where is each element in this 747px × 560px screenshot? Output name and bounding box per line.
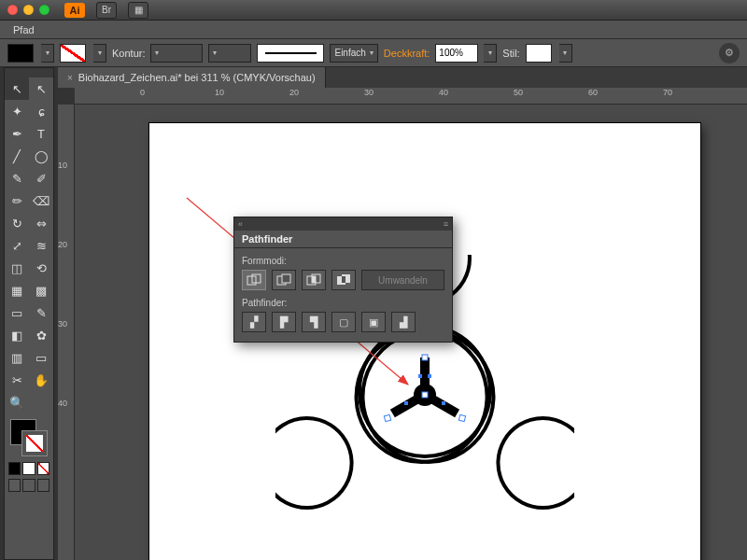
eyedropper-tool[interactable]: ✎ xyxy=(29,301,53,324)
close-window-button[interactable] xyxy=(7,5,18,15)
eraser-tool[interactable]: ⌫ xyxy=(29,189,53,212)
stil-label: Stil: xyxy=(502,48,519,59)
warp-tool[interactable]: ≋ xyxy=(29,234,53,257)
pen-tool[interactable]: ✒ xyxy=(5,122,29,145)
ellipse-tool[interactable]: ◯ xyxy=(29,145,53,167)
hand-tool[interactable]: ✋ xyxy=(29,369,53,391)
shapemode-minus-front-button[interactable] xyxy=(272,270,296,290)
color-mode-gradient[interactable] xyxy=(22,462,35,475)
ruler-tick: 40 xyxy=(439,88,448,97)
shapemode-intersect-button[interactable] xyxy=(302,270,326,290)
free-transform-tool[interactable]: ⟲ xyxy=(29,257,53,279)
blob-brush-tool[interactable]: ✏ xyxy=(5,189,29,212)
fill-swatch[interactable] xyxy=(7,44,34,63)
symbol-sprayer-tool[interactable]: ✿ xyxy=(29,324,53,346)
blend-tool[interactable]: ◧ xyxy=(5,324,29,346)
color-mode-solid[interactable] xyxy=(8,462,21,475)
zoom-window-button[interactable] xyxy=(39,5,49,15)
pathfinder-divide-button[interactable]: ▞ xyxy=(242,312,266,332)
stroke-swatch-dropdown[interactable]: ▾ xyxy=(93,44,106,63)
gradient-tool[interactable]: ▭ xyxy=(5,301,29,324)
pathfinder-minus-back-button[interactable]: ▟ xyxy=(391,312,416,332)
graphic-style-dropdown[interactable]: ▾ xyxy=(559,44,572,63)
draw-inside[interactable] xyxy=(37,479,49,492)
screen-mode-row xyxy=(5,477,53,494)
reflect-tool[interactable]: ⇔ xyxy=(29,212,53,234)
pencil-tool[interactable]: ✐ xyxy=(29,167,53,189)
column-graph-tool[interactable]: ▥ xyxy=(5,346,29,369)
ruler-tick: 20 xyxy=(58,240,67,249)
document-tab[interactable]: × Biohazard_Zeichen.ai* bei 311 % (CMYK/… xyxy=(58,67,326,88)
draw-behind[interactable] xyxy=(22,479,35,492)
opacity-field[interactable]: 100% xyxy=(435,44,478,63)
stroke-swatch[interactable] xyxy=(60,44,86,63)
document-area: × Biohazard_Zeichen.ai* bei 311 % (CMYK/… xyxy=(58,67,747,560)
pathfinder-tab[interactable]: Pathfinder xyxy=(234,231,452,248)
panel-menu-icon[interactable]: ≡ xyxy=(444,219,448,229)
direct-selection-tool[interactable]: ↖ xyxy=(29,77,53,100)
app-badge: Ai xyxy=(64,3,85,18)
document-tab-title: Biohazard_Zeichen.ai* bei 311 % (CMYK/Vo… xyxy=(78,72,316,83)
slice-tool[interactable]: ✂ xyxy=(5,369,29,391)
pathfinder-crop-button[interactable]: ▢ xyxy=(331,312,356,332)
artboard-tool[interactable]: ▭ xyxy=(29,346,53,369)
selection-context-label: Pfad xyxy=(0,21,747,39)
minimize-window-button[interactable] xyxy=(23,5,34,15)
magic-wand-tool[interactable]: ✦ xyxy=(5,100,29,122)
shapemode-exclude-button[interactable] xyxy=(331,270,356,290)
stroke-width-profile-combo[interactable]: ▾ xyxy=(208,44,251,63)
scale-tool[interactable]: ⤢ xyxy=(5,234,29,257)
panel-header[interactable]: «≡ xyxy=(234,217,452,231)
lasso-tool[interactable]: ɕ xyxy=(29,100,53,122)
opacity-dropdown[interactable]: ▾ xyxy=(484,44,497,63)
fill-swatch-dropdown[interactable]: ▾ xyxy=(41,44,54,63)
tools-panel: ↖ ↖ ✦ ɕ ✒ T ╱ ◯ ✎ ✐ ✏ ⌫ ↻ ⇔ ⤢ ≋ ◫ ⟲ ▦ ▩ … xyxy=(4,67,54,560)
horizontal-ruler[interactable]: 0 10 20 30 40 50 60 70 xyxy=(75,88,747,105)
stroke-profile-preview[interactable] xyxy=(257,44,324,63)
paintbrush-tool[interactable]: ✎ xyxy=(5,167,29,189)
main-workspace: ↖ ↖ ✦ ɕ ✒ T ╱ ◯ ✎ ✐ ✏ ⌫ ↻ ⇔ ⤢ ≋ ◫ ⟲ ▦ ▩ … xyxy=(0,67,747,560)
deckkraft-label: Deckkraft: xyxy=(384,48,430,59)
bridge-label: Br xyxy=(102,5,111,15)
shape-builder-tool[interactable]: ◫ xyxy=(5,257,29,279)
svg-rect-15 xyxy=(282,274,290,283)
stroke-style-combo[interactable]: Einfach▾ xyxy=(330,44,377,63)
vertical-ruler[interactable]: 10 20 30 40 xyxy=(58,105,75,560)
svg-rect-3 xyxy=(422,355,428,360)
tool-spacer xyxy=(29,391,53,413)
shapemode-unite-button[interactable] xyxy=(242,270,266,290)
expand-button[interactable]: Umwandeln xyxy=(361,270,444,290)
svg-rect-18 xyxy=(312,276,316,283)
stroke-weight-combo[interactable]: ▾ xyxy=(150,44,203,63)
mesh-tool[interactable]: ▩ xyxy=(29,279,53,301)
pathfinder-merge-button[interactable]: ▜ xyxy=(302,312,326,332)
rotate-tool[interactable]: ↻ xyxy=(5,212,29,234)
zoom-tool[interactable]: 🔍 xyxy=(5,391,29,413)
panel-collapse-icon[interactable]: « xyxy=(238,219,243,229)
tools-panel-grip[interactable] xyxy=(5,68,53,77)
ruler-tick: 0 xyxy=(140,88,145,97)
bridge-button[interactable]: Br xyxy=(96,2,117,19)
color-mode-none[interactable] xyxy=(37,462,49,475)
close-tab-icon[interactable]: × xyxy=(67,73,73,83)
fill-stroke-indicator[interactable] xyxy=(5,417,53,460)
type-tool[interactable]: T xyxy=(29,122,53,145)
svg-rect-10 xyxy=(442,401,445,405)
pathfinder-outline-button[interactable]: ▣ xyxy=(361,312,386,332)
line-tool[interactable]: ╱ xyxy=(5,145,29,167)
perspective-grid-tool[interactable]: ▦ xyxy=(5,279,29,301)
ruler-tick: 40 xyxy=(58,399,67,408)
arrange-documents-button[interactable]: ▦ xyxy=(128,2,148,19)
stroke-style-value: Einfach xyxy=(334,48,365,58)
panel-options-icon[interactable]: ⚙ xyxy=(719,43,740,63)
pathfinder-panel[interactable]: «≡ Pathfinder Formmodi: Umwandeln Pathfi… xyxy=(233,217,453,343)
svg-rect-21 xyxy=(342,276,345,283)
graphic-style-swatch[interactable] xyxy=(526,44,552,63)
mac-titlebar: Ai Br ▦ xyxy=(0,0,747,21)
selection-tool[interactable]: ↖ xyxy=(5,77,29,100)
ruler-tick: 60 xyxy=(588,88,598,97)
draw-normal[interactable] xyxy=(8,479,21,492)
canvas[interactable]: Abbildung 36 «≡ Pathfinder Formmodi: xyxy=(75,105,747,560)
stroke-indicator[interactable] xyxy=(21,430,48,456)
pathfinder-trim-button[interactable]: ▛ xyxy=(272,312,296,332)
